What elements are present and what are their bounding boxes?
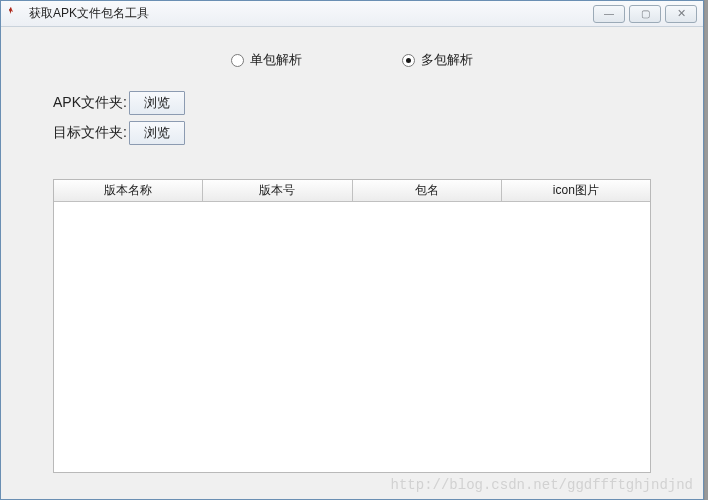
radio-icon [402,54,415,67]
window-title: 获取APK文件包名工具 [29,5,593,22]
apk-folder-row: APK文件夹: 浏览 [53,91,677,115]
col-icon-image[interactable]: icon图片 [502,180,650,201]
table-body [54,202,650,472]
table-header: 版本名称 版本号 包名 icon图片 [54,180,650,202]
browse-apk-folder-button[interactable]: 浏览 [129,91,185,115]
close-button[interactable]: ✕ [665,5,697,23]
titlebar: 获取APK文件包名工具 — ▢ ✕ [1,1,703,27]
app-window: 获取APK文件包名工具 — ▢ ✕ 单包解析 多包解析 APK文件夹: 浏览 目… [0,0,704,500]
radio-label: 多包解析 [421,51,473,69]
col-version-name[interactable]: 版本名称 [54,180,203,201]
apk-folder-label: APK文件夹: [53,94,127,112]
folder-pickers: APK文件夹: 浏览 目标文件夹: 浏览 [53,91,677,151]
results-table: 版本名称 版本号 包名 icon图片 [53,179,651,473]
browse-target-folder-button[interactable]: 浏览 [129,121,185,145]
app-icon [7,6,23,22]
radio-multi-parse[interactable]: 多包解析 [402,51,473,69]
mode-radio-group: 单包解析 多包解析 [27,51,677,69]
radio-icon [231,54,244,67]
maximize-button[interactable]: ▢ [629,5,661,23]
window-controls: — ▢ ✕ [593,5,697,23]
target-folder-label: 目标文件夹: [53,124,127,142]
radio-single-parse[interactable]: 单包解析 [231,51,302,69]
radio-label: 单包解析 [250,51,302,69]
minimize-button[interactable]: — [593,5,625,23]
col-package-name[interactable]: 包名 [353,180,502,201]
client-area: 单包解析 多包解析 APK文件夹: 浏览 目标文件夹: 浏览 版本名称 版本号 … [1,27,703,499]
target-folder-row: 目标文件夹: 浏览 [53,121,677,145]
col-version-code[interactable]: 版本号 [203,180,352,201]
